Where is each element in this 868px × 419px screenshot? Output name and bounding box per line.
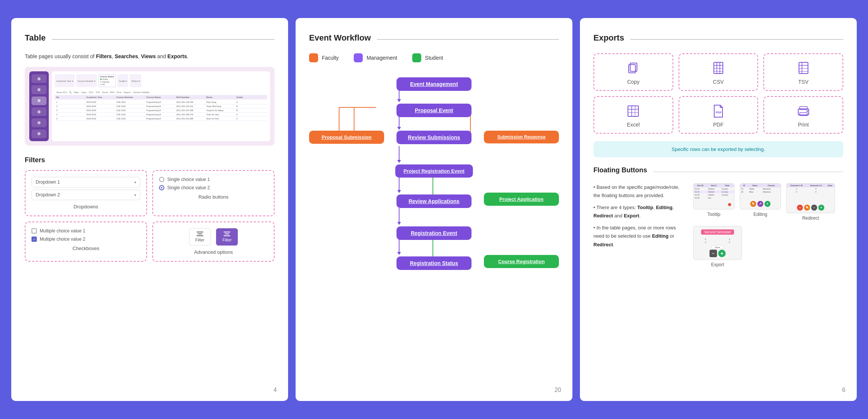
exports-grid: Copy CSV xyxy=(593,53,843,134)
editing-preview: IDNameCountry 01AlphaMyanmar 02BetaMyanm… xyxy=(740,183,781,210)
checkbox-item1[interactable]: Multiple choice value 1 xyxy=(32,228,140,234)
edit-btn1[interactable]: ✎ xyxy=(750,201,756,207)
sidebar-mini-item xyxy=(32,118,47,127)
table-content-mini: Academic Year ▾ Course Number ▾ Course S… xyxy=(52,71,270,141)
node-project-reg-event[interactable]: Project Registration Event xyxy=(395,164,473,178)
legend: Faculty Management Student xyxy=(309,53,559,62)
filter-btn1[interactable]: Filter xyxy=(189,228,211,246)
node-proposal-submission[interactable]: Proposal Submission xyxy=(309,131,384,144)
export-btn1[interactable]: − xyxy=(710,250,717,257)
tsv-label: TSV xyxy=(798,79,808,85)
editing-example: IDNameCountry 01AlphaMyanmar 02BetaMyanm… xyxy=(740,183,781,221)
redirect-btn3[interactable]: − xyxy=(811,205,817,211)
dropdown1[interactable]: Dropdown 1 ▾ xyxy=(32,177,140,187)
node-registration-status[interactable]: Registration Status xyxy=(396,256,472,270)
faculty-color xyxy=(309,53,318,62)
floating-title: Floating Buttons xyxy=(593,166,647,174)
management-color xyxy=(354,53,363,62)
submission-response-label: Submission Response xyxy=(484,131,559,143)
print-icon xyxy=(797,104,810,118)
csv-label: CSV xyxy=(713,79,724,85)
export-copy[interactable]: Copy xyxy=(593,53,673,91)
svg-marker-20 xyxy=(397,190,401,193)
export-print[interactable]: Print xyxy=(763,96,843,134)
review-submissions-label: Review Submissions xyxy=(396,131,472,144)
proposal-event-label: Proposal Event xyxy=(396,104,472,117)
csv-icon xyxy=(712,62,725,75)
redirect-btn2[interactable]: ✎ xyxy=(804,205,810,211)
sidebar-mini-item xyxy=(32,85,47,94)
svg-rect-35 xyxy=(714,62,723,74)
print-label: Print xyxy=(798,122,809,128)
table-preview: Academic Year ▾ Course Number ▾ Course S… xyxy=(25,67,275,146)
node-course-registration[interactable]: Course Registration xyxy=(484,255,559,268)
student-color xyxy=(412,53,421,62)
sidebar-mini-item xyxy=(32,130,47,138)
tooltip-example: Sem IDSem IIState 01-02Father2Country 01… xyxy=(693,183,734,221)
export-btn2[interactable]: + xyxy=(718,250,726,257)
export-pdf[interactable]: PDF PDF xyxy=(679,96,758,134)
review-applications-label: Review Applications xyxy=(396,194,472,208)
node-project-application[interactable]: Project Application xyxy=(484,193,559,206)
pdf-icon: PDF xyxy=(712,104,725,118)
svg-text:PDF: PDF xyxy=(716,111,722,114)
export-tsv[interactable]: TSV xyxy=(763,53,843,91)
floating-examples: Sem IDSem IIState 01-02Father2Country 01… xyxy=(693,183,843,267)
redirect-btn4[interactable]: + xyxy=(818,205,824,211)
filter-box-dropdowns: Dropdown 1 ▾ Dropdown 2 ▾ Dropdowns xyxy=(25,170,147,216)
project-application-label: Project Application xyxy=(484,193,559,206)
page1-title: Table xyxy=(25,33,46,43)
export-label: Export xyxy=(711,262,724,267)
page-number: 6 xyxy=(842,387,845,393)
export-csv[interactable]: CSV xyxy=(679,53,758,91)
radio-item1[interactable]: Single choice value 1 xyxy=(159,177,268,182)
tooltip-preview: Sem IDSem IIState 01-02Father2Country 01… xyxy=(693,183,734,210)
page-table: Table Table pages usually consist of Fil… xyxy=(11,18,288,401)
page-number: 20 xyxy=(554,387,561,393)
node-review-applications[interactable]: Review Applications xyxy=(396,194,472,208)
svg-marker-18 xyxy=(397,160,401,163)
radio-label: Radio buttons xyxy=(159,194,268,200)
export-excel[interactable]: Excel xyxy=(593,96,673,134)
node-registration-event[interactable]: Registration Event xyxy=(396,226,472,240)
page2-title: Event Workflow xyxy=(309,33,371,43)
svg-point-55 xyxy=(806,110,808,112)
title-divider xyxy=(52,39,275,40)
edit-btn3[interactable]: + xyxy=(764,201,770,207)
node-review-submissions[interactable]: Review Submissions xyxy=(396,131,472,144)
filter-icon-pair: Filter Filter xyxy=(159,228,268,246)
page-exports: Exports Copy xyxy=(580,18,857,401)
second-semester-badge: Second Semester xyxy=(701,229,734,235)
radio-item2[interactable]: Single choice value 2 xyxy=(159,185,268,190)
page-workflow: Event Workflow Faculty Management Studen… xyxy=(296,18,572,401)
node-event-management[interactable]: Event Management xyxy=(396,77,472,91)
redirect-example: Semester's IDSemester's IIState 00 00 − … xyxy=(786,183,835,221)
floating-divider xyxy=(653,172,843,172)
checkbox-checked: ✓ xyxy=(32,237,37,242)
editing-label: Editing xyxy=(754,212,767,217)
redirect-btn1[interactable]: − xyxy=(797,205,803,211)
export-preview: Second Semester 00 00 Base − + xyxy=(693,226,742,260)
node-proposal-event[interactable]: Proposal Event xyxy=(396,104,472,117)
checkbox-item2[interactable]: ✓ Multiple choice value 2 xyxy=(32,237,140,242)
excel-label: Excel xyxy=(627,122,640,128)
course-registration-label: Course Registration xyxy=(484,255,559,268)
filter-btn2[interactable]: Filter xyxy=(216,228,238,246)
project-reg-event-label: Project Registration Event xyxy=(395,164,473,178)
svg-marker-3 xyxy=(397,127,401,130)
dropdown-arrow: ▾ xyxy=(134,180,136,184)
advanced-label: Advanced options xyxy=(159,249,268,255)
edit-btn2[interactable]: ↗ xyxy=(757,201,763,207)
event-management-label: Event Management xyxy=(396,77,472,91)
copy-icon xyxy=(626,62,640,75)
pdf-label: PDF xyxy=(713,122,724,128)
node-submission-response[interactable]: Submission Response xyxy=(484,131,559,143)
dropdown2[interactable]: Dropdown 2 ▾ xyxy=(32,190,140,200)
legend-faculty: Faculty xyxy=(309,53,339,62)
svg-marker-26 xyxy=(397,222,401,225)
svg-marker-1 xyxy=(397,99,401,102)
dropdowns-label: Dropdowns xyxy=(32,204,140,210)
floating-description: • Based on the specific page/mode/role, … xyxy=(593,183,687,267)
filter-box-radio: Single choice value 1 Single choice valu… xyxy=(152,170,275,216)
sidebar-mini xyxy=(29,71,49,141)
